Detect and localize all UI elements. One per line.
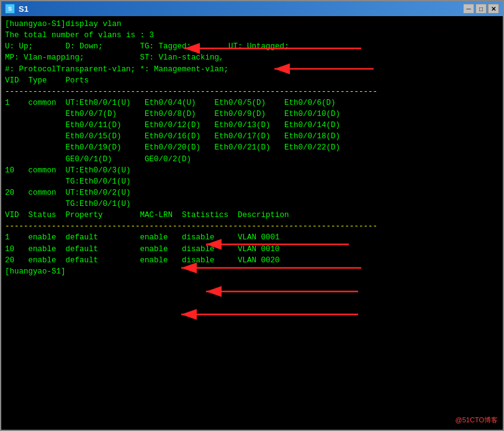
title-bar-left: S S1	[5, 4, 29, 14]
minimize-button[interactable]: ─	[463, 4, 474, 14]
terminal-line: ----------------------------------------…	[5, 86, 499, 97]
window-title: S1	[19, 4, 29, 14]
terminal-line: Eth0/0/19(D) Eth0/0/20(D) Eth0/0/21(D) E…	[5, 142, 499, 153]
watermark: @51CTO博客	[456, 415, 498, 425]
window-icon: S	[5, 4, 15, 14]
main-window: S S1 ─ □ ✕	[0, 0, 504, 431]
window-controls[interactable]: ─ □ ✕	[463, 4, 499, 14]
terminal-line: GE0/0/1(D) GE0/0/2(D)	[5, 154, 499, 165]
terminal-area[interactable]: [huangyao-S1]display vlanThe total numbe…	[1, 16, 503, 430]
close-button[interactable]: ✕	[488, 4, 499, 14]
terminal-line: 20 enable default enable disable VLAN 00…	[5, 255, 499, 266]
terminal-line: 10 common UT:Eth0/0/3(U)	[5, 165, 499, 176]
title-bar: S S1 ─ □ ✕	[1, 1, 503, 16]
terminal-line: Eth0/0/15(D) Eth0/0/16(D) Eth0/0/17(D) E…	[5, 131, 499, 142]
terminal-line: The total number of vlans is : 3	[5, 30, 499, 41]
terminal-line: TG:Eth0/0/1(U)	[5, 176, 499, 187]
terminal-line: U: Up; D: Down; TG: Tagged; UT: Untagged…	[5, 41, 499, 52]
terminal-line: 1 enable default enable disable VLAN 000…	[5, 232, 499, 243]
terminal-content: [huangyao-S1]display vlanThe total numbe…	[5, 19, 499, 277]
terminal-line: VID Status Property MAC-LRN Statistics D…	[5, 210, 499, 221]
terminal-line: 1 common UT:Eth0/0/1(U) Eth0/0/4(U) Eth0…	[5, 97, 499, 109]
terminal-line: [huangyao-S1]display vlan	[5, 19, 499, 30]
terminal-line: MP: Vlan-mapping; ST: Vlan-stacking,	[5, 52, 499, 63]
terminal-line: [huangyao-S1]	[5, 266, 499, 277]
terminal-line: #: ProtocolTransparent-vlan; *: Manageme…	[5, 64, 499, 75]
maximize-button[interactable]: □	[475, 4, 487, 14]
terminal-line: 10 enable default enable disable VLAN 00…	[5, 244, 499, 255]
terminal-line: TG:Eth0/0/1(U)	[5, 198, 499, 210]
terminal-line: Eth0/0/11(D) Eth0/0/12(D) Eth0/0/13(D) E…	[5, 120, 499, 131]
terminal-line: VID Type Ports	[5, 75, 499, 86]
terminal-line: ----------------------------------------…	[5, 221, 499, 232]
terminal-line: 20 common UT:Eth0/0/2(U)	[5, 187, 499, 198]
terminal-line: Eth0/0/7(D) Eth0/0/8(D) Eth0/0/9(D) Eth0…	[5, 109, 499, 120]
